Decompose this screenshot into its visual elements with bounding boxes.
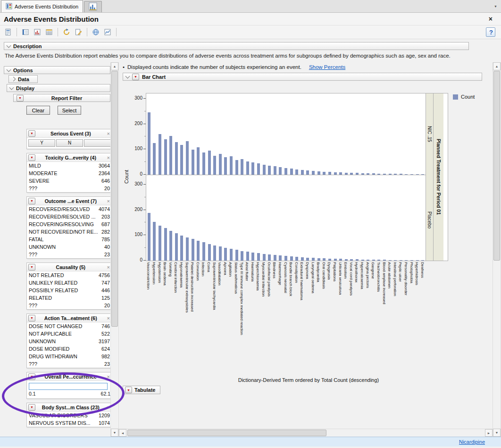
bar[interactable] xyxy=(383,174,386,175)
bar[interactable] xyxy=(274,255,276,261)
bar[interactable] xyxy=(367,173,369,175)
filter-level-row[interactable]: UNKNOWN3197 xyxy=(27,338,110,345)
bar[interactable] xyxy=(192,150,194,175)
bar[interactable] xyxy=(268,166,271,175)
sidebar-scrollbar[interactable]: ▲ ▼ xyxy=(110,62,119,437)
bar[interactable] xyxy=(421,174,424,175)
scroll-left-icon[interactable]: ◄ xyxy=(119,429,126,437)
filter-level-row[interactable]: DOSE NOT CHANGED746 xyxy=(27,322,110,330)
bar[interactable] xyxy=(169,136,172,175)
bar-chart-header[interactable]: ▼ Bar Chart xyxy=(123,73,482,81)
filter-level-row[interactable]: FATAL785 xyxy=(27,236,110,243)
bar[interactable] xyxy=(208,151,211,175)
disclosure-icon[interactable] xyxy=(125,74,130,78)
bar[interactable] xyxy=(230,156,233,175)
bar[interactable] xyxy=(295,169,298,175)
description-header[interactable]: Description xyxy=(4,42,469,50)
bar[interactable] xyxy=(230,249,233,261)
red-triangle-icon[interactable]: ▼ xyxy=(28,373,35,380)
filter-level-row[interactable]: UNKNOWN40 xyxy=(27,243,110,251)
help-button[interactable]: ? xyxy=(486,27,495,37)
scroll-right-icon[interactable]: ► xyxy=(485,429,493,437)
bar[interactable] xyxy=(241,251,243,261)
bar[interactable] xyxy=(421,260,424,261)
bar[interactable] xyxy=(410,174,413,175)
edit-script-icon[interactable] xyxy=(73,27,84,37)
filter-level-row[interactable]: MODERATE2364 xyxy=(27,169,110,177)
bar[interactable] xyxy=(301,257,304,261)
bar[interactable] xyxy=(274,166,276,175)
bar[interactable] xyxy=(148,112,150,175)
bar[interactable] xyxy=(356,259,359,261)
bar[interactable] xyxy=(377,174,380,175)
bar[interactable] xyxy=(328,259,331,261)
filter-level-row[interactable]: NOT RELATED4756 xyxy=(27,271,110,279)
disclosure-icon[interactable] xyxy=(7,43,11,48)
horizontal-scrollbar[interactable]: ◄ ► xyxy=(119,429,493,437)
close-filter-icon[interactable]: × xyxy=(106,155,110,161)
bar[interactable] xyxy=(416,260,419,261)
bar[interactable] xyxy=(213,245,216,261)
filter-level-button[interactable]: Y xyxy=(28,139,55,147)
filter-level-row[interactable]: RECOVERED/RESOLVED4074 xyxy=(27,205,110,213)
bar[interactable] xyxy=(197,241,200,261)
filter-level-row[interactable]: RELATED125 xyxy=(27,294,110,302)
bar[interactable] xyxy=(213,156,216,175)
scroll-up-icon[interactable]: ▲ xyxy=(111,62,118,70)
filter-level-row[interactable]: DOSE MODIFIED624 xyxy=(27,345,110,353)
filter-level-row[interactable]: SEVERE646 xyxy=(27,177,110,185)
bar[interactable] xyxy=(235,250,238,261)
bar[interactable] xyxy=(175,142,178,175)
bar[interactable] xyxy=(361,173,364,175)
graph-builder-icon[interactable] xyxy=(102,27,113,37)
bar[interactable] xyxy=(290,256,293,261)
red-triangle-icon[interactable]: ▼ xyxy=(28,404,35,411)
scroll-down-icon[interactable]: ▼ xyxy=(493,429,501,437)
rerun-script-icon[interactable] xyxy=(61,27,72,37)
bar[interactable] xyxy=(279,167,282,175)
filter-level-row[interactable]: DRUG WITHDRAWN982 xyxy=(27,353,110,360)
bar[interactable] xyxy=(197,147,200,175)
red-triangle-icon[interactable]: ▼ xyxy=(28,315,35,321)
bar[interactable] xyxy=(224,157,227,175)
bar[interactable] xyxy=(148,213,150,261)
bar[interactable] xyxy=(186,141,189,175)
bar[interactable] xyxy=(153,222,156,261)
close-filter-icon[interactable]: × xyxy=(106,405,110,410)
bar[interactable] xyxy=(246,161,249,175)
web-report-icon[interactable] xyxy=(91,27,101,37)
bar[interactable] xyxy=(312,171,315,175)
bar[interactable] xyxy=(317,171,320,175)
bar[interactable] xyxy=(251,162,254,175)
close-filter-icon[interactable]: × xyxy=(106,131,110,136)
presentation-icon[interactable] xyxy=(32,27,42,37)
bar[interactable] xyxy=(372,173,375,175)
bar[interactable] xyxy=(164,139,167,175)
report-filter-header[interactable]: ▼ Report Filter xyxy=(13,94,110,102)
bar[interactable] xyxy=(306,170,309,175)
red-triangle-icon[interactable]: ▼ xyxy=(132,74,139,80)
disclosure-icon[interactable] xyxy=(11,77,16,82)
bar[interactable] xyxy=(164,228,167,261)
filter-level-row[interactable]: NOT APPLICABLE522 xyxy=(27,330,110,338)
select-button[interactable]: Select xyxy=(58,106,81,115)
bar[interactable] xyxy=(323,172,326,175)
bar[interactable] xyxy=(284,168,287,175)
bar[interactable] xyxy=(339,172,342,175)
bar[interactable] xyxy=(235,160,238,175)
journal-icon[interactable] xyxy=(20,27,31,37)
bar[interactable] xyxy=(377,260,380,261)
data-table-icon[interactable] xyxy=(44,27,54,37)
bar[interactable] xyxy=(180,145,183,175)
filter-level-row[interactable]: ???23 xyxy=(27,251,110,258)
bar[interactable] xyxy=(328,172,331,175)
bar[interactable] xyxy=(169,231,172,261)
bar[interactable] xyxy=(339,259,342,261)
filter-level-row[interactable]: RECOVERING/RESOLVING687 xyxy=(27,220,110,228)
bar[interactable] xyxy=(219,154,222,175)
nicardipine-link[interactable]: Nicardipine xyxy=(459,439,485,445)
bar[interactable] xyxy=(312,258,315,261)
scrollbar-thumb[interactable] xyxy=(127,430,326,436)
bar[interactable] xyxy=(192,239,194,261)
bar[interactable] xyxy=(416,174,419,175)
